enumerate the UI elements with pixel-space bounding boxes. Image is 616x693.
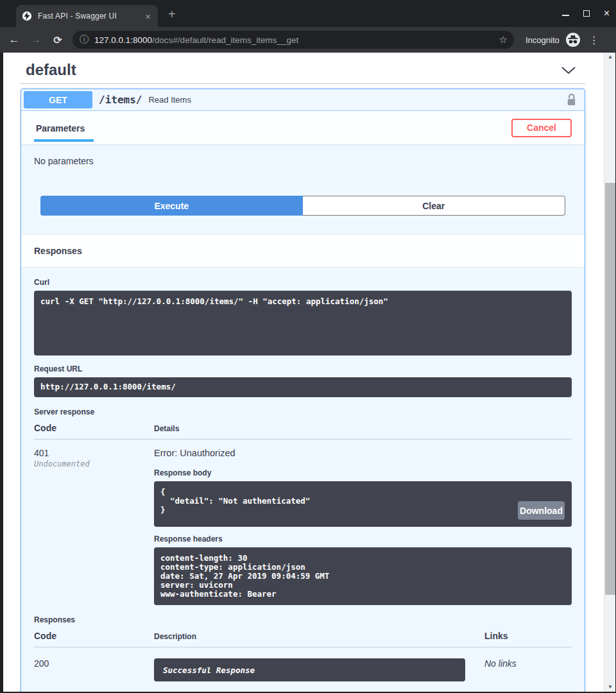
response-description-text: Successful Response bbox=[163, 665, 255, 675]
response-headers-label: Response headers bbox=[154, 535, 572, 543]
response-body-json: { "detail": "Not authenticated" } bbox=[160, 487, 310, 515]
column-code: Code bbox=[34, 423, 154, 433]
swagger-page: default GET /items/ Read Items bbox=[3, 53, 604, 692]
live-response-details-cell: Error: Unauthorized Response body { "det… bbox=[154, 448, 572, 605]
window-maximize-icon[interactable] bbox=[583, 10, 590, 17]
page-scrollbar[interactable]: ▲ ▼ bbox=[604, 53, 615, 692]
bookmark-star-icon[interactable]: ☆ bbox=[499, 34, 508, 46]
new-tab-button[interactable]: + bbox=[168, 8, 176, 21]
parameters-body: No parameters bbox=[21, 144, 585, 186]
url-host: 127.0.0.1:8000 bbox=[94, 35, 152, 45]
curl-command: curl -X GET "http://127.0.0.1:8000/items… bbox=[34, 291, 572, 355]
method-badge[interactable]: GET bbox=[24, 91, 92, 108]
browser-menu-icon[interactable]: ⋮ bbox=[589, 34, 599, 46]
favicon-bolt-icon bbox=[22, 11, 32, 21]
tag-divider bbox=[21, 83, 585, 84]
column-links: Links bbox=[484, 631, 508, 641]
browser-tab[interactable]: Fast API - Swagger UI × bbox=[16, 5, 158, 27]
request-url-label: Request URL bbox=[34, 364, 572, 373]
scrollbar-thumb[interactable] bbox=[605, 183, 615, 595]
clear-button[interactable]: Clear bbox=[303, 196, 566, 216]
url-path: /docs#/default/read_items_items__get bbox=[152, 35, 298, 45]
site-info-icon[interactable]: ⓘ bbox=[80, 34, 89, 46]
server-response-label: Server response bbox=[34, 407, 572, 416]
documented-responses-table-head: Code Description Links bbox=[34, 631, 572, 647]
browser-titlebar: Fast API - Swagger UI × + × bbox=[0, 0, 616, 27]
parameters-section-header: Parameters Cancel bbox=[21, 111, 585, 144]
auth-lock-icon[interactable] bbox=[566, 93, 577, 107]
response-error-title: Error: Unauthorized bbox=[154, 448, 572, 458]
status-code: 401 bbox=[34, 448, 154, 458]
cancel-button[interactable]: Cancel bbox=[511, 119, 572, 137]
tab-parameters[interactable]: Parameters bbox=[34, 111, 94, 144]
tag-section-header[interactable]: default bbox=[21, 58, 585, 82]
live-response-table: Code Details 401 Undocumented Error: Una… bbox=[34, 423, 572, 605]
address-bar[interactable]: ⓘ 127.0.0.1:8000/docs#/default/read_item… bbox=[73, 31, 514, 49]
execute-button[interactable]: Execute bbox=[40, 196, 303, 216]
scroll-up-icon[interactable]: ▲ bbox=[604, 53, 616, 62]
opblock-get-items: GET /items/ Read Items Parameters bbox=[21, 89, 585, 692]
operation-path: /items/ bbox=[99, 94, 142, 106]
no-parameters-text: No parameters bbox=[34, 156, 94, 166]
window-minimize-icon[interactable] bbox=[562, 15, 569, 16]
execute-wrapper: Execute Clear bbox=[21, 186, 585, 234]
request-url-value: http://127.0.0.1:8000/items/ bbox=[34, 377, 572, 397]
responses-body: Curl curl -X GET "http://127.0.0.1:8000/… bbox=[21, 268, 585, 692]
response-body-block: { "detail": "Not authenticated" }Downloa… bbox=[154, 481, 572, 527]
response-description-cell: Successful Response bbox=[154, 658, 484, 681]
column-code: Code bbox=[34, 631, 154, 641]
incognito-label: Incognito bbox=[526, 35, 560, 45]
documented-responses-label: Responses bbox=[34, 615, 572, 624]
response-description-box: Successful Response bbox=[154, 658, 465, 681]
responses-section-title: Responses bbox=[34, 246, 82, 256]
download-button[interactable]: Download bbox=[518, 501, 565, 520]
responses-section-header: Responses bbox=[21, 234, 585, 268]
column-details: Details bbox=[154, 424, 179, 433]
incognito-icon bbox=[565, 32, 581, 47]
table-row: 200 Successful Response No links bbox=[34, 647, 572, 681]
parameters-tab-label: Parameters bbox=[34, 123, 94, 133]
column-description: Description bbox=[154, 632, 484, 641]
tag-title: default bbox=[26, 61, 76, 79]
operation-summary: Read Items bbox=[148, 95, 191, 105]
live-response-code-cell: 401 Undocumented bbox=[34, 448, 154, 605]
curl-label: Curl bbox=[34, 278, 572, 287]
response-code-200: 200 bbox=[34, 658, 154, 681]
undocumented-note: Undocumented bbox=[34, 459, 154, 468]
response-links: No links bbox=[484, 658, 517, 681]
documented-responses-table: Code Description Links 200 Successful Re… bbox=[34, 631, 572, 681]
page-viewport: default GET /items/ Read Items bbox=[0, 53, 616, 693]
tab-title: Fast API - Swagger UI bbox=[38, 12, 143, 21]
response-body-label: Response body bbox=[154, 468, 572, 477]
response-headers-block: content-length: 30 content-type: applica… bbox=[154, 547, 572, 605]
url-text: 127.0.0.1:8000/docs#/default/read_items_… bbox=[94, 35, 499, 45]
window-close-icon[interactable]: × bbox=[604, 8, 610, 19]
forward-icon[interactable]: → bbox=[25, 33, 47, 46]
active-tab-underline bbox=[34, 139, 94, 142]
live-response-row: 401 Undocumented Error: Unauthorized Res… bbox=[34, 440, 572, 605]
scroll-down-icon[interactable]: ▼ bbox=[604, 683, 616, 692]
live-response-table-head: Code Details bbox=[34, 423, 572, 440]
browser-toolbar: ← → ⟳ ⓘ 127.0.0.1:8000/docs#/default/rea… bbox=[0, 27, 616, 53]
window-controls: × bbox=[562, 0, 610, 27]
chevron-down-icon[interactable] bbox=[561, 66, 576, 74]
reload-icon[interactable]: ⟳ bbox=[47, 34, 69, 46]
operation-header[interactable]: GET /items/ Read Items bbox=[21, 89, 585, 111]
tab-close-icon[interactable]: × bbox=[143, 12, 153, 21]
back-icon[interactable]: ← bbox=[3, 33, 25, 46]
